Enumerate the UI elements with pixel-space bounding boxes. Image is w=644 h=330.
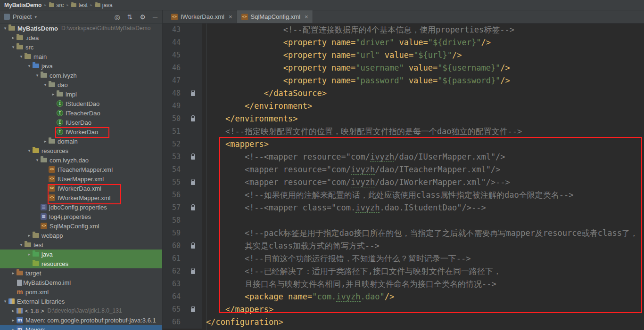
code-line[interactable]: 49 </environment> <box>163 100 644 113</box>
chevron-down-icon[interactable]: ▾ <box>18 242 25 247</box>
code-line[interactable]: 62 <!--已经解决了：适用于类路径下,接口文件与映射文件在同一路径下， <box>163 265 644 278</box>
code-line[interactable]: 52 <mappers> <box>163 138 644 151</box>
gutter-marker-icon[interactable] <box>181 265 202 278</box>
tree-item-java[interactable]: ▸java <box>0 250 162 259</box>
tree-item-com.ivyzh[interactable]: ▾com.ivyzh <box>0 71 162 80</box>
chevron-down-icon[interactable]: ▾ <box>34 73 41 78</box>
chevron-right-icon[interactable]: ▸ <box>10 327 17 330</box>
chevron-right-icon[interactable]: ▸ <box>26 252 33 257</box>
tree-item-IWorkerDao[interactable]: IIWorkerDao <box>0 127 162 137</box>
tree-item-jdbcConfig.properties[interactable]: ≡jdbcConfig.properties <box>0 202 162 212</box>
settings-gear-icon[interactable]: ⚙ <box>140 14 146 20</box>
code-line[interactable]: 44 <property name="driver" value="${driv… <box>163 36 644 49</box>
tree-item-MyBatisDemo[interactable]: ▾MyBatisDemoD:\workspace\Github\MyBatisD… <box>0 24 162 33</box>
chevron-right-icon[interactable]: ▸ <box>10 318 17 322</box>
gutter-marker-icon[interactable] <box>181 87 202 100</box>
tree-item-resources[interactable]: ▾resources <box>0 146 162 155</box>
code-line[interactable]: 46 <property name="username" value="${us… <box>163 62 644 74</box>
tree-item-Maven-com.google.protobuf-protobuf-java-3.6.1[interactable]: ▸mMaven: com.google.protobuf:protobuf-ja… <box>0 315 162 325</box>
code-line[interactable]: 48 </dataSource> <box>163 87 644 100</box>
tree-item-test[interactable]: ▾test <box>0 240 162 250</box>
code-line[interactable]: 53 <!--<mapper resource="com/ivyzh/dao/I… <box>163 151 644 163</box>
code-line[interactable]: 59 <!--pack标签是用于指定dao接口所在的包，当指定了之后就不需要再写… <box>163 227 644 240</box>
code-line[interactable]: 55 <mapper resource="com/ivyzh/dao/IWork… <box>163 176 644 189</box>
breadcrumb-item-test[interactable]: test <box>70 2 89 8</box>
tree-item-pom.xml[interactable]: mpom.xml <box>0 287 162 297</box>
tree-item-SqlMapConfig.xml[interactable]: <>SqlMapConfig.xml <box>0 221 162 231</box>
code-line[interactable]: 64 <package name="com.ivyzh.dao"/> <box>163 290 644 303</box>
chevron-down-icon[interactable]: ▾ <box>10 45 17 49</box>
chevron-down-icon[interactable]: ▾ <box>26 148 33 153</box>
chevron-down-icon[interactable]: ▾ <box>2 26 8 31</box>
gutter-marker-icon[interactable] <box>181 303 202 316</box>
chevron-down-icon[interactable]: ▾ <box>26 64 33 68</box>
chevron-down-icon[interactable]: ▾ <box>34 15 37 19</box>
code-line[interactable]: 50 </environments> <box>163 113 644 125</box>
editor[interactable]: 43 <!--配置连接数据库的4个基本信息，使用properties标签-->4… <box>163 24 644 330</box>
gutter-marker-icon[interactable] <box>181 113 202 125</box>
tree-item-domain[interactable]: ▸domain <box>0 137 162 146</box>
code-line[interactable]: 65 </mappers> <box>163 303 644 316</box>
tree-item-webapp[interactable]: ▸webapp <box>0 231 162 240</box>
gutter-marker-icon[interactable] <box>181 176 202 189</box>
code-line[interactable]: 66</configuration> <box>163 316 644 329</box>
tree-item-.idea[interactable]: ▸.idea <box>0 33 162 42</box>
tree-item-java[interactable]: ▾java <box>0 61 162 71</box>
tree-item-target[interactable]: ▸target <box>0 268 162 278</box>
code-line[interactable]: 58 <box>163 214 644 227</box>
tree-item-IUserDao[interactable]: IIUserDao <box>0 118 162 127</box>
tree-item-ITeacherMapper.xml[interactable]: <>ITeacherMapper.xml <box>0 165 162 174</box>
chevron-down-icon[interactable]: ▾ <box>2 299 8 304</box>
chevron-right-icon[interactable]: ▸ <box>50 92 57 97</box>
code-line[interactable]: 63 且接口名与映射文件名相同,并且映射文件命名为接口全类名的情况--> <box>163 278 644 290</box>
tree-item-src[interactable]: ▾src <box>0 42 162 52</box>
chevron-down-icon[interactable]: ▾ <box>42 82 49 87</box>
tree-item-1.8[interactable]: ▸< 1.8 >D:\develop\Java\jdk1.8.0_131 <box>0 306 162 315</box>
tree-item-ITeacherDao[interactable]: IITeacherDao <box>0 108 162 118</box>
chevron-right-icon[interactable]: ▸ <box>10 35 17 40</box>
code-line[interactable]: 57 <!--<mapper class="com.ivyzh.dao.IStu… <box>163 201 644 214</box>
tree-item-IWorkerDao.xml[interactable]: <>IWorkerDao.xml <box>0 184 162 193</box>
gutter-marker-icon[interactable] <box>181 240 202 252</box>
tree-item-log4j.properties[interactable]: ≡log4j.properties <box>0 212 162 221</box>
gutter-marker-icon[interactable] <box>181 151 202 163</box>
breadcrumb-item-java[interactable]: java <box>94 2 114 8</box>
gutter-spacer <box>181 227 202 240</box>
code-line[interactable]: 51 <!--指定映射配置文件的位置，映射配置文件指的是每一个dao独立的配置文… <box>163 125 644 138</box>
breadcrumb-item-src[interactable]: src <box>48 2 65 8</box>
tree-item-IStudentDao[interactable]: IIStudentDao <box>0 99 162 108</box>
tree-item-main[interactable]: ▾main <box>0 52 162 61</box>
chevron-down-icon[interactable]: ▾ <box>34 158 41 162</box>
breadcrumb-item-MyBatisDemo[interactable]: MyBatisDemo <box>3 2 43 8</box>
chevron-right-icon[interactable]: ▸ <box>26 233 33 238</box>
code-line[interactable]: 43 <!--配置连接数据库的4个基本信息，使用properties标签--> <box>163 24 644 36</box>
tree-item-impl[interactable]: ▸impl <box>0 89 162 99</box>
collapse-all-icon[interactable]: ⇅ <box>127 14 133 20</box>
code-line[interactable]: 47 <property name="password" value="${pa… <box>163 74 644 87</box>
chevron-right-icon[interactable]: ▸ <box>10 308 17 313</box>
locate-file-icon[interactable]: ◎ <box>115 14 120 20</box>
close-icon[interactable]: × <box>305 13 308 20</box>
project-panel-title[interactable]: Project <box>13 13 32 20</box>
code-line[interactable]: 56 <!--如果使用的注解来配置的话，此处应该使用class属性指定被注解的d… <box>163 189 644 201</box>
tree-item-IWorkerMapper.xml[interactable]: <>IWorkerMapper.xml <box>0 193 162 202</box>
tab-IWorkerDao.xml[interactable]: <>IWorkerDao.xml× <box>167 10 237 23</box>
code-line[interactable]: 54 <mapper resource="com/ivyzh/dao/ITeac… <box>163 163 644 176</box>
tree-item-dao[interactable]: ▾dao <box>0 80 162 89</box>
hide-panel-icon[interactable]: ─ <box>153 14 157 20</box>
tree-item-resources[interactable]: resources <box>0 259 162 268</box>
gutter-marker-icon[interactable] <box>181 201 202 214</box>
chevron-right-icon[interactable]: ▸ <box>10 271 17 275</box>
chevron-down-icon[interactable]: ▾ <box>18 54 25 59</box>
tree-item-com.ivyzh.dao[interactable]: ▾com.ivyzh.dao <box>0 155 162 165</box>
tree-item-External-Libraries[interactable]: ▾External Libraries <box>0 297 162 306</box>
chevron-right-icon[interactable]: ▸ <box>42 139 49 144</box>
code-line[interactable]: 60 其实是class加载方式的简写方式--> <box>163 240 644 252</box>
tree-item-MyBatisDemo.iml[interactable]: MyBatisDemo.iml <box>0 278 162 287</box>
code-line[interactable]: 61 <!--目前这个功能运行报错，不知道为什么？暂时记录一下--> <box>163 252 644 265</box>
tab-SqlMapConfig.xml[interactable]: <>SqlMapConfig.xml× <box>237 10 313 23</box>
close-icon[interactable]: × <box>229 13 232 20</box>
tree-item-IUserMapper.xml[interactable]: <>IUserMapper.xml <box>0 174 162 184</box>
tree-item-Maven[interactable]: ▸mMaven: <box>0 325 162 330</box>
code-line[interactable]: 45 <property name="url" value="${url}"/> <box>163 49 644 62</box>
